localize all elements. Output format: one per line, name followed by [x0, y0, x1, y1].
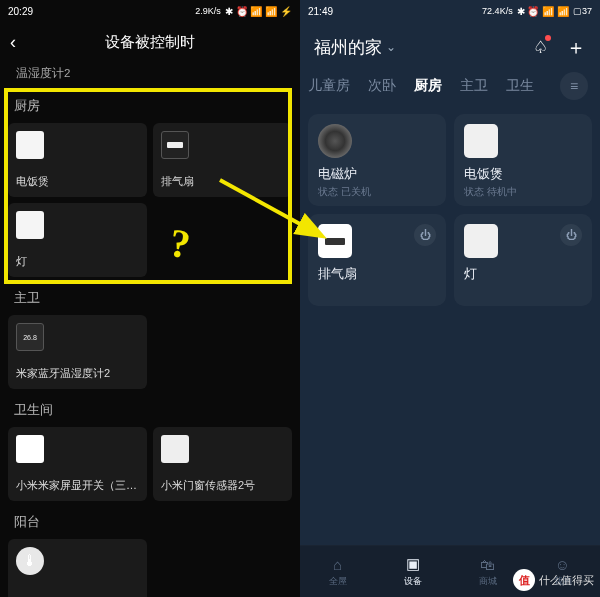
section-bathroom-header: 卫生间	[8, 389, 292, 427]
right-header: 福州的家 ⌄ ♤ ＋	[300, 22, 600, 72]
back-button[interactable]: ‹	[10, 32, 30, 53]
status-icons: ✱ ⏰ 📶 📶 ⚡	[225, 6, 292, 17]
tab-bathroom[interactable]: 卫生	[506, 77, 534, 95]
status-time: 20:29	[8, 6, 195, 17]
mall-icon: 🛍	[480, 556, 495, 573]
device-label: 电饭煲	[16, 174, 139, 189]
section-kitchen-grid: 电饭煲 排气扇 灯	[8, 123, 292, 277]
tab-kids[interactable]: 儿童房	[308, 77, 350, 95]
left-content: 温湿度计2 厨房 电饭煲 排气扇 灯 主卫 26.8 米家蓝牙温湿度计2 卫生间	[0, 62, 300, 597]
device-label: 灯	[16, 254, 139, 269]
right-content: 儿童房 次卧 厨房 主卫 卫生 ≡ 电磁炉 状态 已关机 电饭煲 状态 待机中 …	[300, 72, 600, 545]
partial-device-label[interactable]: 温湿度计2	[8, 62, 292, 85]
status-speed: 2.9K/s	[195, 6, 221, 16]
left-phone: 20:29 2.9K/s ✱ ⏰ 📶 📶 ⚡ ‹ 设备被控制时 温湿度计2 厨房…	[0, 0, 300, 597]
light-icon	[16, 211, 44, 239]
section-balcony-grid: 🌡	[8, 539, 292, 597]
tab-secondbed[interactable]: 次卧	[368, 77, 396, 95]
device-tile-induction[interactable]: 电磁炉 状态 已关机	[308, 114, 446, 206]
device-tile-switch[interactable]: 小米米家屏显开关（三开...	[8, 427, 147, 501]
status-speed: 72.4K/s	[482, 6, 513, 16]
device-name: 电磁炉	[318, 166, 436, 183]
fan-icon	[318, 224, 352, 258]
section-zhuwei-header: 主卫	[8, 277, 292, 315]
status-time: 21:49	[308, 6, 482, 17]
induction-cooker-icon	[318, 124, 352, 158]
nav-label: 设备	[404, 575, 422, 588]
device-tile-ricecooker[interactable]: 电饭煲	[8, 123, 147, 197]
device-label: 排气扇	[161, 174, 284, 189]
switch-icon	[16, 435, 44, 463]
device-tile-light-r[interactable]: ⏻ 灯	[454, 214, 592, 306]
section-balcony-header: 阳台	[8, 501, 292, 539]
device-status: 状态 已关机	[318, 185, 436, 199]
battery-icon: ▢37	[573, 6, 592, 16]
power-button[interactable]: ⏻	[560, 224, 582, 246]
device-tile-sensor[interactable]: 小米门窗传感器2号	[153, 427, 292, 501]
tabs-more-button[interactable]: ≡	[560, 72, 588, 100]
watermark-text: 什么值得买	[539, 573, 594, 588]
tab-zhuwei[interactable]: 主卫	[460, 77, 488, 95]
thermometer-icon: 26.8	[16, 323, 44, 351]
watermark-badge-icon: 值	[513, 569, 535, 591]
right-phone: 21:49 72.4K/s ✱ ⏰ 📶 📶 ▢37 福州的家 ⌄ ♤ ＋ 儿童房…	[300, 0, 600, 597]
section-zhuwei-grid: 26.8 米家蓝牙温湿度计2	[8, 315, 292, 389]
device-name: 灯	[464, 266, 582, 283]
fan-icon	[161, 131, 189, 159]
device-status: 状态 待机中	[464, 185, 582, 199]
page-title: 设备被控制时	[30, 33, 290, 52]
power-button[interactable]: ⏻	[414, 224, 436, 246]
left-header: ‹ 设备被控制时	[0, 22, 300, 62]
home-title[interactable]: 福州的家	[314, 36, 382, 59]
watermark: 值 什么值得买	[513, 569, 594, 591]
light-icon	[464, 224, 498, 258]
device-tile-fan-r[interactable]: ⏻ 排气扇	[308, 214, 446, 306]
status-icons: ✱ ⏰ 📶 📶	[517, 6, 569, 17]
chevron-down-icon[interactable]: ⌄	[386, 40, 396, 54]
section-bathroom-grid: 小米米家屏显开关（三开... 小米门窗传感器2号	[8, 427, 292, 501]
device-tile-fan[interactable]: 排气扇	[153, 123, 292, 197]
section-kitchen-header: 厨房	[8, 85, 292, 123]
add-button[interactable]: ＋	[566, 34, 586, 61]
ricecooker-icon	[464, 124, 498, 158]
right-device-grid: 电磁炉 状态 已关机 电饭煲 状态 待机中 ⏻ 排气扇 ⏻ 灯	[308, 114, 592, 306]
nav-label: 商城	[479, 575, 497, 588]
device-name: 排气扇	[318, 266, 436, 283]
device-name: 电饭煲	[464, 166, 582, 183]
device-label: 小米米家屏显开关（三开...	[16, 478, 139, 493]
device-label: 米家蓝牙温湿度计2	[16, 366, 139, 381]
door-sensor-icon	[161, 435, 189, 463]
device-tile-balcony[interactable]: 🌡	[8, 539, 147, 597]
devices-icon: ▣	[406, 555, 420, 573]
notification-dot	[545, 35, 551, 41]
nav-item-whole[interactable]: ⌂ 全屋	[300, 546, 375, 597]
tab-kitchen[interactable]: 厨房	[414, 77, 442, 95]
statusbar-right: 21:49 72.4K/s ✱ ⏰ 📶 📶 ▢37	[300, 0, 600, 22]
device-tile-ricecooker-r[interactable]: 电饭煲 状态 待机中	[454, 114, 592, 206]
notification-button[interactable]: ♤	[533, 37, 548, 58]
home-icon: ⌂	[333, 556, 342, 573]
statusbar-left: 20:29 2.9K/s ✱ ⏰ 📶 📶 ⚡	[0, 0, 300, 22]
nav-label: 全屋	[329, 575, 347, 588]
ricecooker-icon	[16, 131, 44, 159]
device-label: 小米门窗传感器2号	[161, 478, 284, 493]
room-tabs: 儿童房 次卧 厨房 主卫 卫生 ≡	[308, 72, 592, 104]
device-tile-thermo[interactable]: 26.8 米家蓝牙温湿度计2	[8, 315, 147, 389]
nav-item-devices[interactable]: ▣ 设备	[375, 546, 450, 597]
round-sensor-icon: 🌡	[16, 547, 44, 575]
device-tile-light[interactable]: 灯	[8, 203, 147, 277]
